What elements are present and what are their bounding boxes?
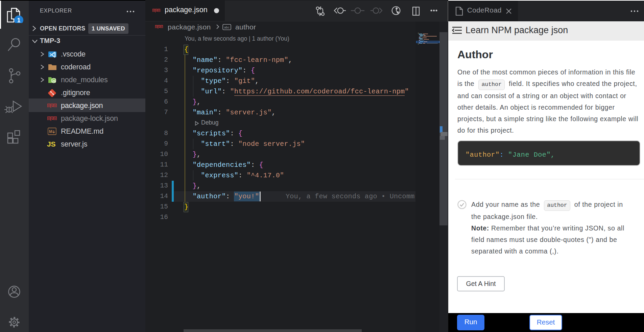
- svg-text:abc: abc: [224, 26, 230, 29]
- svg-text:1: 1: [17, 17, 20, 23]
- svg-text:JS: JS: [52, 80, 55, 83]
- svg-text:M: M: [49, 129, 52, 134]
